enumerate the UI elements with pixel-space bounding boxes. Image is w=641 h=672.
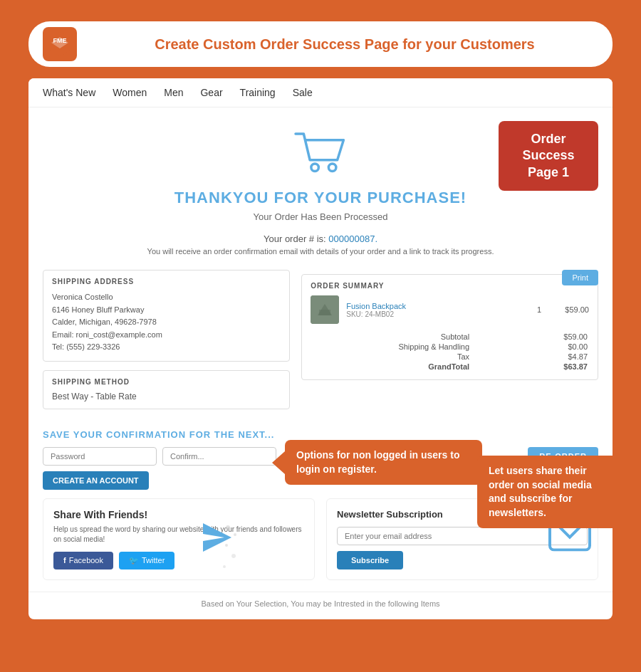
subtotal-label: Subtotal — [312, 332, 476, 341]
cart-icon — [292, 129, 349, 179]
thank-you-title: THANKYOU FOR YOUR PURCHASE! — [28, 189, 613, 207]
nav-men[interactable]: Men — [164, 87, 183, 98]
logo: FME — [43, 27, 77, 61]
twitter-icon: 🐦 — [129, 556, 139, 565]
order-processed: Your Order Has Been Processed — [28, 211, 613, 222]
totals-table: Subtotal $59.00 Shipping & Handling $0.0… — [311, 331, 589, 372]
footer-text: Based on Your Selection, You may be Intr… — [28, 592, 613, 619]
shipping-address-title: SHIPPING ADDRESS — [52, 278, 281, 285]
shipping-method-title: SHIPPING METHOD — [52, 378, 281, 386]
callout2-text: Let users share their order on social me… — [489, 465, 592, 518]
order-number-line: Your order # is: 000000087. — [28, 233, 613, 244]
tax-value: $4.87 — [478, 352, 588, 361]
svg-point-4 — [328, 164, 336, 172]
svg-point-12 — [231, 554, 236, 558]
save-left: CREATE AN ACCOUNT — [43, 447, 276, 490]
address-street: 6146 Honey Bluff Parkway — [52, 304, 281, 317]
address-city: Calder, Michigan, 49628-7978 — [52, 316, 281, 329]
callout2-box: Let users share their order on social me… — [477, 456, 613, 528]
order-summary-section: ORDER SUMMARY Fusion Backpack SKU: 24-MB… — [301, 274, 598, 380]
svg-rect-6 — [319, 310, 330, 315]
shipping-method-value: Best Way - Table Rate — [52, 392, 281, 401]
facebook-icon: f — [63, 556, 66, 565]
facebook-button[interactable]: f Facebook — [53, 552, 113, 569]
social-buttons: f Facebook 🐦 Twitter — [53, 552, 304, 569]
shipping-value: $0.00 — [478, 342, 588, 351]
nav-training[interactable]: Training — [240, 87, 276, 98]
shipping-address-section: SHIPPING ADDRESS Veronica Costello 6146 … — [43, 270, 290, 362]
address-email: Email: roni_cost@example.com — [52, 329, 281, 342]
callout1-area: Options for non logged in users to login… — [285, 447, 482, 485]
subscribe-button[interactable]: Subscribe — [337, 551, 403, 569]
callout2-area: Let users share their order on social me… — [477, 456, 613, 528]
order-number-link[interactable]: 000000087. — [328, 233, 377, 244]
svg-point-11 — [225, 544, 228, 547]
nav-sale[interactable]: Sale — [293, 87, 313, 98]
item-details: Fusion Backpack SKU: 24-MB02 — [346, 302, 525, 318]
nav-bar: What's New Women Men Gear Training Sale — [28, 78, 613, 107]
callout1-text: Options for non logged in users to login… — [296, 449, 459, 475]
item-sku: SKU: 24-MB02 — [346, 310, 525, 318]
nav-gear[interactable]: Gear — [200, 87, 222, 98]
header-bar: FME Create Custom Order Success Page for… — [28, 21, 613, 67]
left-column: SHIPPING ADDRESS Veronica Costello 6146 … — [43, 270, 290, 418]
item-name[interactable]: Fusion Backpack — [346, 302, 525, 310]
nav-women[interactable]: Women — [113, 87, 147, 98]
info-row: SHIPPING ADDRESS Veronica Costello 6146 … — [28, 270, 613, 418]
item-qty: 1 — [532, 305, 546, 314]
svg-point-3 — [311, 164, 319, 172]
svg-point-9 — [226, 525, 230, 530]
callout1-box: Options for non logged in users to login… — [285, 440, 482, 485]
item-image — [311, 295, 339, 324]
order-item-row: Fusion Backpack SKU: 24-MB02 1 $59.00 — [311, 295, 589, 324]
address-tel: Tel: (555) 229-3326 — [52, 341, 281, 354]
bottom-row: Share With Friends! Help us spread the w… — [28, 498, 613, 580]
tax-label: Tax — [312, 352, 476, 361]
share-title: Share With Friends! — [53, 509, 304, 520]
grand-total-label: GrandTotal — [312, 362, 476, 371]
password-row — [43, 447, 276, 466]
order-confirmation-msg: You will receive an order confirmation e… — [28, 247, 613, 256]
share-section: Share With Friends! Help us spread the w… — [43, 498, 315, 580]
grand-total-value: $63.87 — [478, 362, 588, 371]
print-button[interactable]: Print — [562, 270, 598, 285]
create-account-button[interactable]: CREATE AN ACCOUNT — [43, 471, 149, 490]
password-input[interactable] — [43, 447, 157, 466]
item-price: $59.00 — [553, 305, 589, 314]
subtotal-value: $59.00 — [478, 332, 588, 341]
save-title: SAVE YOUR CONFIRMATION FOR THE NEXT... — [43, 429, 598, 440]
shipping-method-section: SHIPPING METHOD Best Way - Table Rate — [43, 370, 290, 409]
header-title: Create Custom Order Success Page for you… — [91, 36, 598, 53]
nav-whats-new[interactable]: What's New — [43, 87, 95, 98]
twitter-button[interactable]: 🐦 Twitter — [119, 552, 174, 569]
order-summary-title: ORDER SUMMARY — [311, 282, 589, 290]
svg-point-13 — [223, 565, 226, 568]
dots-decoration — [221, 520, 242, 577]
address-name: Veronica Costello — [52, 291, 281, 304]
svg-point-10 — [234, 533, 236, 536]
shipping-label: Shipping & Handling — [312, 342, 476, 351]
right-column: Print ORDER SUMMARY Fusion — [301, 270, 598, 418]
confirm-input[interactable] — [162, 447, 276, 466]
order-success-badge: Order Success Page 1 — [499, 121, 598, 191]
share-description: Help us spread the word by sharing our w… — [53, 525, 304, 545]
main-card: What's New Women Men Gear Training Sale … — [28, 78, 613, 619]
